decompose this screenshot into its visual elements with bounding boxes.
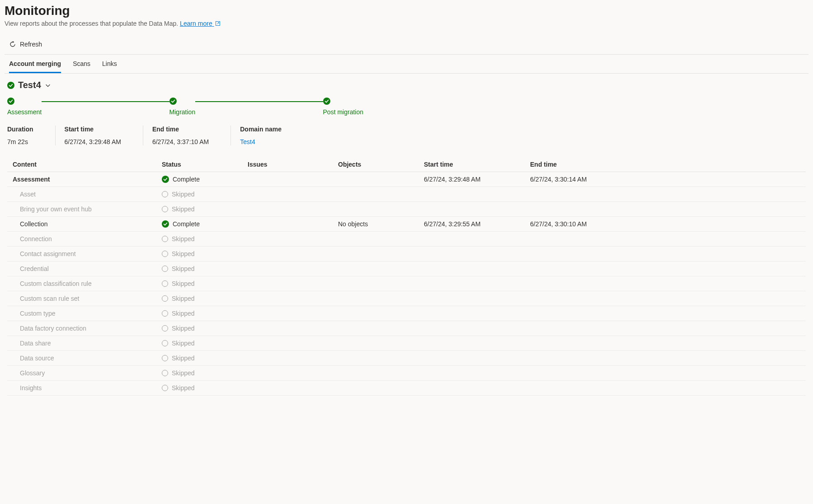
cell-content: Asset (13, 191, 162, 198)
meta-end-time: End time 6/27/24, 3:37:10 AM (143, 126, 231, 145)
status-text: Skipped (172, 355, 195, 362)
meta-value: 7m 22s (7, 138, 33, 145)
svg-point-3 (169, 98, 177, 105)
cell-content: Insights (13, 384, 162, 392)
cell-start-time: 6/27/24, 3:29:48 AM (424, 176, 530, 183)
table-row: Glossary Skipped (7, 366, 806, 381)
cell-status: Skipped (162, 205, 248, 213)
cell-content: Data share (13, 340, 162, 347)
table-row: Custom type Skipped (7, 306, 806, 321)
meta-duration: Duration 7m 22s (7, 126, 56, 145)
table-row: Custom classification rule Skipped (7, 276, 806, 291)
cell-content: Assessment (13, 176, 162, 183)
skip-circle-icon (162, 236, 168, 242)
step-label: Migration (169, 108, 196, 116)
table-row: Data share Skipped (7, 336, 806, 351)
step-connector (42, 101, 169, 102)
page-title: Monitoring (5, 4, 808, 18)
cell-status: Skipped (162, 250, 248, 257)
check-circle-icon (7, 98, 14, 105)
status-text: Skipped (172, 205, 195, 213)
cell-status: Skipped (162, 295, 248, 302)
meta-domain-name: Domain name Test4 (231, 126, 303, 145)
chevron-down-icon (45, 82, 51, 89)
cell-content: Data source (13, 355, 162, 362)
table-row: Insights Skipped (7, 381, 806, 396)
status-text: Skipped (172, 265, 195, 272)
status-text: Skipped (172, 295, 195, 302)
svg-point-5 (162, 176, 169, 183)
step-assessment: Assessment (7, 98, 42, 116)
status-text: Skipped (172, 191, 195, 198)
meta-grid: Duration 7m 22s Start time 6/27/24, 3:29… (5, 117, 808, 157)
domain-name: Test4 (18, 80, 41, 90)
cell-status: Skipped (162, 280, 248, 287)
external-link-icon (215, 21, 221, 26)
cell-content: Custom classification rule (13, 280, 162, 287)
skip-circle-icon (162, 295, 168, 302)
meta-label: Duration (7, 126, 33, 133)
skip-circle-icon (162, 266, 168, 272)
table-row: Assessment Complete 6/27/24, 3:29:48 AM … (7, 172, 806, 187)
progress-stepper: Assessment Migration Post migration (5, 95, 366, 117)
skip-circle-icon (162, 206, 168, 212)
skip-circle-icon (162, 251, 168, 257)
skip-circle-icon (162, 310, 168, 317)
col-objects: Objects (338, 161, 424, 168)
cell-start-time: 6/27/24, 3:29:55 AM (424, 220, 530, 228)
svg-point-1 (7, 82, 14, 89)
cell-status: Skipped (162, 384, 248, 392)
tabs: Account mergingScansLinks (5, 55, 808, 74)
table-row: Bring your own event hub Skipped (7, 202, 806, 217)
svg-point-6 (162, 220, 169, 228)
status-text: Skipped (172, 280, 195, 287)
learn-more-text: Learn more (180, 20, 212, 27)
cell-status: Skipped (162, 191, 248, 198)
step-label: Post migration (323, 108, 363, 116)
cell-status: Skipped (162, 235, 248, 243)
cell-content: Credential (13, 265, 162, 272)
status-text: Complete (173, 176, 200, 183)
table-row: Custom scan rule set Skipped (7, 291, 806, 306)
meta-value: 6/27/24, 3:29:48 AM (65, 138, 121, 145)
status-text: Skipped (172, 340, 195, 347)
table-row: Connection Skipped (7, 232, 806, 247)
cell-status: Skipped (162, 369, 248, 377)
col-content: Content (13, 161, 162, 168)
status-text: Skipped (172, 235, 195, 243)
cell-status: Complete (162, 220, 248, 228)
status-text: Skipped (172, 325, 195, 332)
col-issues: Issues (248, 161, 338, 168)
cell-end-time: 6/27/24, 3:30:10 AM (530, 220, 800, 228)
step-migration: Migration (169, 98, 196, 116)
domain-link[interactable]: Test4 (240, 138, 282, 145)
step-post-migration: Post migration (323, 98, 363, 116)
refresh-button[interactable]: Refresh (6, 39, 45, 50)
tab-account-merging[interactable]: Account merging (9, 55, 61, 73)
table-row: Data source Skipped (7, 351, 806, 366)
cell-end-time: 6/27/24, 3:30:14 AM (530, 176, 800, 183)
meta-value: 6/27/24, 3:37:10 AM (152, 138, 209, 145)
domain-selector[interactable]: Test4 (5, 74, 808, 95)
check-circle-icon (323, 98, 330, 105)
table-row: Contact assignment Skipped (7, 247, 806, 261)
page-subtitle: View reports about the processes that po… (5, 20, 808, 27)
learn-more-link[interactable]: Learn more (180, 20, 220, 27)
table-row: Credential Skipped (7, 261, 806, 276)
cell-status: Skipped (162, 310, 248, 317)
check-circle-icon (169, 98, 177, 105)
tab-scans[interactable]: Scans (73, 55, 90, 73)
cell-content: Custom scan rule set (13, 295, 162, 302)
refresh-label: Refresh (20, 41, 42, 48)
cell-status: Skipped (162, 325, 248, 332)
meta-label: Start time (65, 126, 121, 133)
tab-links[interactable]: Links (102, 55, 117, 73)
status-text: Complete (173, 220, 200, 228)
step-label: Assessment (7, 108, 42, 116)
cell-content: Connection (13, 235, 162, 243)
skip-circle-icon (162, 370, 168, 376)
status-text: Skipped (172, 369, 195, 377)
table-row: Data factory connection Skipped (7, 321, 806, 336)
status-text: Skipped (172, 384, 195, 392)
cell-status: Complete (162, 176, 248, 183)
